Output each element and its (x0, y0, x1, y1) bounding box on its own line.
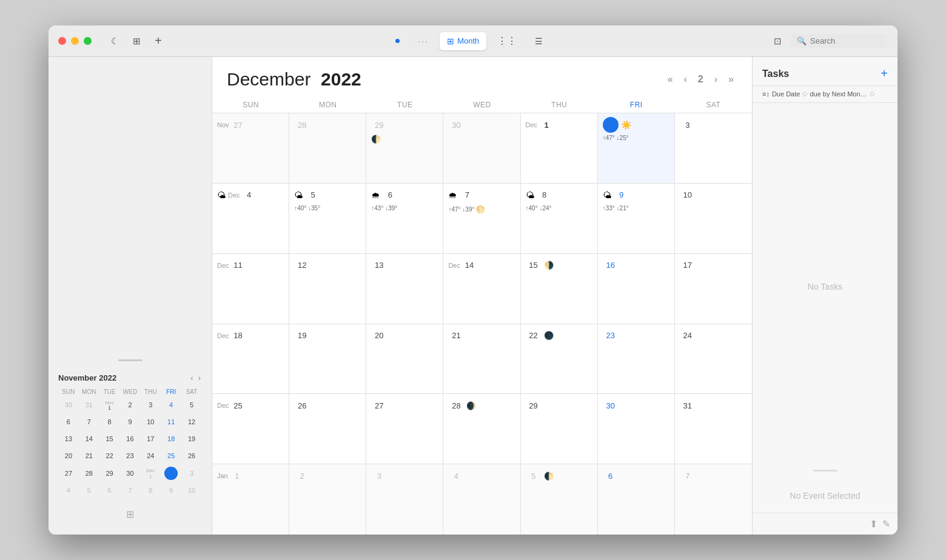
mini-day[interactable]: 27 (58, 464, 79, 482)
mini-day[interactable]: 17 (140, 430, 161, 447)
mini-day[interactable]: 24 (140, 447, 161, 464)
edit-button[interactable]: ✎ (882, 518, 890, 530)
mini-day[interactable]: 6 (58, 413, 79, 430)
mini-day[interactable]: 3 (140, 396, 161, 414)
cal-day-dec16[interactable]: 16 (598, 254, 675, 324)
search-input[interactable] (810, 36, 882, 45)
cal-day-dec10[interactable]: 10 (675, 184, 752, 253)
mini-day[interactable]: 8 (140, 482, 161, 499)
cal-day-dec30[interactable]: 30 (598, 394, 675, 464)
cal-day-dec2[interactable]: 2 ☀️ ↑47° ↓25° (598, 113, 675, 183)
cal-day-jan3[interactable]: 3 (366, 464, 443, 535)
mini-day[interactable]: 9 (120, 413, 141, 430)
day-view-button[interactable] (388, 32, 407, 50)
cal-day-dec8[interactable]: 🌤 8 ↑40° ↓24° (521, 184, 598, 253)
cal-day-nov29[interactable]: 29 🌓 (366, 113, 443, 183)
mini-day[interactable]: 7 (120, 482, 141, 499)
cal-next-far-button[interactable]: » (725, 72, 737, 87)
cal-day-jan5[interactable]: 5🌓 (521, 464, 598, 535)
mini-day[interactable]: 25 (161, 447, 181, 464)
search-box[interactable]: 🔍 (791, 34, 888, 48)
mini-day[interactable]: 10 (181, 482, 202, 499)
cal-day-dec21[interactable]: 21 (443, 324, 520, 394)
sidebar-grid-icon[interactable]: ⊞ (49, 504, 212, 525)
mini-day[interactable]: 26 (181, 447, 202, 464)
cal-day-dec13[interactable]: 13 (366, 254, 443, 324)
cal-day-dec12[interactable]: 12 (289, 254, 366, 324)
cal-day-dec18[interactable]: Dec18 (212, 324, 289, 394)
cal-day-dec28[interactable]: 28🌒 (443, 394, 520, 464)
tasks-add-button[interactable]: + (881, 67, 888, 81)
mini-day[interactable]: 22 (99, 447, 120, 464)
mini-day[interactable]: 18 (161, 430, 181, 447)
cal-day-nov30[interactable]: 30 (443, 113, 520, 183)
moon-icon[interactable]: ☾ (106, 33, 123, 50)
mini-day[interactable]: 16 (120, 430, 141, 447)
cal-day-dec6[interactable]: 🌧 6 ↑43° ↓39° (366, 184, 443, 253)
mini-day[interactable]: 4 (58, 482, 79, 499)
cal-day-nov27[interactable]: Nov27 (212, 113, 289, 183)
cal-day-dec5[interactable]: 🌤 5 ↑40° ↓35° (289, 184, 366, 253)
mini-day[interactable]: 3 (181, 464, 202, 482)
mini-day[interactable]: 21 (79, 447, 99, 464)
mini-day[interactable]: 31 (79, 396, 99, 414)
today-button[interactable]: 2 (694, 72, 707, 87)
multi-day-view-button[interactable]: ··· (411, 32, 437, 50)
cal-day-dec31[interactable]: 31 (675, 394, 752, 464)
cal-day-dec29[interactable]: 29 (521, 394, 598, 464)
cal-day-dec24[interactable]: 24 (675, 324, 752, 394)
panel-toggle-icon[interactable]: ⊡ (769, 33, 786, 50)
cal-day-nov28[interactable]: 28 (289, 113, 366, 183)
cal-day-dec27[interactable]: 27 (366, 394, 443, 464)
mini-day[interactable]: 2 (120, 396, 141, 414)
mini-day[interactable]: 23 (120, 447, 141, 464)
mini-day[interactable]: 15 (99, 430, 120, 447)
maximize-button[interactable] (84, 37, 92, 45)
mini-day[interactable]: 14 (79, 430, 99, 447)
cal-day-dec1[interactable]: Dec1 (521, 113, 598, 183)
add-event-button[interactable]: + (150, 33, 167, 50)
mini-next-button[interactable]: › (197, 373, 202, 382)
mini-day[interactable]: 20 (58, 447, 79, 464)
mini-day[interactable]: 2 (161, 464, 181, 482)
cal-day-dec11[interactable]: Dec11 (212, 254, 289, 324)
mini-prev-button[interactable]: ‹ (189, 373, 194, 382)
mini-day[interactable]: 13 (58, 430, 79, 447)
cal-day-jan7[interactable]: 7 (675, 464, 752, 535)
mini-day[interactable]: 12 (181, 413, 202, 430)
mini-day[interactable]: 6 (99, 482, 120, 499)
cal-day-dec22[interactable]: 22🌑 (521, 324, 598, 394)
sort-label[interactable]: Due Date (772, 90, 800, 98)
all-view-button[interactable]: ⋮⋮ (490, 32, 524, 50)
mini-day[interactable]: 19 (181, 430, 202, 447)
sidebar-toggle-icon[interactable]: ⊞ (128, 33, 145, 50)
mini-day[interactable]: 30 (120, 464, 141, 482)
mini-day[interactable]: 5 (79, 482, 99, 499)
cal-day-jan1[interactable]: Jan1 (212, 464, 289, 535)
mini-day[interactable]: 8 (99, 413, 120, 430)
cal-day-dec15[interactable]: 15🌗 (521, 254, 598, 324)
cal-prev-button[interactable]: ‹ (680, 72, 691, 87)
minimize-button[interactable] (71, 37, 79, 45)
mini-day[interactable]: 9 (161, 482, 181, 499)
cal-day-dec23[interactable]: 23 (598, 324, 675, 394)
cal-day-jan2[interactable]: 2 (289, 464, 366, 535)
close-button[interactable] (58, 37, 66, 45)
cal-day-dec19[interactable]: 19 (289, 324, 366, 394)
mini-day[interactable]: 30 (58, 396, 79, 414)
month-view-button[interactable]: ⊞ Month (440, 32, 486, 50)
mini-day[interactable]: 10 (140, 413, 161, 430)
cal-day-dec20[interactable]: 20 (366, 324, 443, 394)
list-view-button[interactable]: ☰ (528, 32, 550, 50)
mini-day[interactable]: 4 (161, 396, 181, 414)
cal-day-dec25[interactable]: Dec25 (212, 394, 289, 464)
mini-day[interactable]: 11 (161, 413, 181, 430)
mini-day[interactable]: 7 (79, 413, 99, 430)
cal-day-dec9[interactable]: 🌤 9 ↑33° ↓21° (598, 184, 675, 253)
cal-next-button[interactable]: › (711, 72, 721, 87)
cal-day-jan6[interactable]: 6 (598, 464, 675, 535)
sort-filter-label[interactable]: due by Next Mon… (810, 90, 867, 98)
mini-day[interactable]: Nov1 (99, 396, 120, 414)
cal-day-jan4[interactable]: 4 (443, 464, 520, 535)
cal-day-dec26[interactable]: 26 (289, 394, 366, 464)
